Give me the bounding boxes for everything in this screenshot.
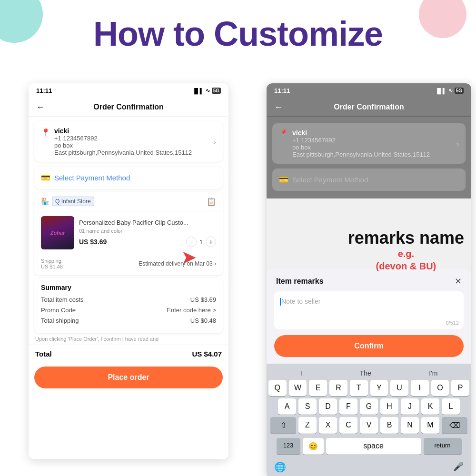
right-time: 11:11: [274, 87, 290, 94]
key-y[interactable]: Y: [370, 380, 388, 396]
note-icon[interactable]: 📋: [207, 197, 216, 206]
key-o[interactable]: O: [431, 380, 449, 396]
globe-icon[interactable]: 🌐: [274, 461, 286, 473]
right-back-button[interactable]: ←: [274, 102, 283, 112]
microphone-icon[interactable]: 🎤: [453, 461, 464, 473]
remarks-eg-label: e.g. (devon & BU): [348, 248, 464, 272]
left-phone-header: ← Order Confirmation: [29, 98, 228, 117]
key-f[interactable]: F: [339, 398, 357, 415]
key-x[interactable]: X: [319, 417, 337, 434]
predictive-word-2[interactable]: The: [360, 369, 371, 377]
right-payment-label: Select Payment Method: [292, 176, 368, 184]
right-wifi-icon: ∿: [448, 88, 453, 94]
right-network-badge: 5G: [455, 88, 464, 94]
address-box: po box: [54, 142, 192, 149]
qty-plus-button[interactable]: +: [206, 237, 216, 247]
right-status-icons: ▐▌▌ ∿ 5G: [435, 88, 464, 94]
store-name-label: Q Infant Store: [52, 197, 94, 206]
left-header-title: Order Confirmation: [93, 103, 164, 111]
key-123[interactable]: 123: [277, 438, 300, 455]
total-label: Total: [35, 350, 52, 358]
store-header: 🏪 Q Infant Store 📋: [34, 192, 223, 211]
payment-card[interactable]: 💳 Select Payment Method: [34, 167, 223, 189]
key-u[interactable]: U: [390, 380, 408, 396]
left-phone-scroll[interactable]: 📍 vicki +1 1234567892 po box East pittsb…: [29, 117, 228, 455]
wifi-icon: ∿: [206, 88, 210, 94]
right-payment-card: 💳 Select Payment Method: [272, 169, 466, 191]
key-g[interactable]: G: [360, 398, 378, 415]
key-space[interactable]: space: [326, 438, 421, 455]
key-d[interactable]: D: [319, 398, 337, 415]
right-address-name: vicki: [292, 129, 430, 137]
key-n[interactable]: N: [401, 417, 419, 434]
keyboard-row-2: A S D F G H J K L: [267, 398, 471, 415]
right-status-bar: 11:11 ▐▌▌ ∿ 5G: [267, 83, 471, 98]
key-delete[interactable]: ⌫: [442, 417, 467, 434]
keyboard-row-3: ⇧ Z X C V B N M ⌫: [267, 417, 471, 434]
right-address-text: vicki +1 1234567892 po box East pittsbur…: [292, 129, 430, 158]
key-i[interactable]: I: [411, 380, 429, 396]
product-name: Personalized Baby Pacifier Clip Custo...: [79, 218, 216, 227]
summary-shipping: Total shipping US $0.48: [41, 317, 216, 324]
key-r[interactable]: R: [329, 380, 347, 396]
key-e[interactable]: E: [309, 380, 327, 396]
right-address-chevron-icon: ›: [456, 140, 459, 148]
address-text: vicki +1 1234567892 po box East pittsbur…: [54, 127, 192, 156]
key-m[interactable]: M: [421, 417, 439, 434]
store-icon: 🏪: [41, 198, 49, 205]
key-l[interactable]: L: [442, 398, 460, 415]
key-v[interactable]: V: [360, 417, 378, 434]
predictive-word-1[interactable]: I: [300, 369, 302, 377]
remarks-note-area[interactable]: Note to seller 0/512: [274, 291, 464, 329]
predictive-bar: I The I'm: [267, 367, 471, 380]
predictive-word-3[interactable]: I'm: [429, 369, 437, 377]
summary-promo[interactable]: Promo Code Enter code here >: [41, 307, 216, 314]
key-p[interactable]: P: [451, 380, 469, 396]
promo-label: Promo Code: [41, 307, 76, 314]
keyboard-globe-row: 🌐 🎤: [267, 459, 471, 476]
confirm-button[interactable]: Confirm: [274, 335, 464, 357]
right-address-card: 📍 vicki +1 1234567892 po box East pittsb…: [272, 123, 466, 164]
qty-minus-button[interactable]: −: [186, 237, 197, 247]
item-costs-label: Total item costs: [41, 296, 84, 303]
left-back-button[interactable]: ←: [36, 102, 45, 112]
key-return[interactable]: return: [424, 438, 462, 455]
key-w[interactable]: W: [289, 380, 307, 396]
key-a[interactable]: A: [278, 398, 296, 415]
total-value: US $4.07: [192, 350, 222, 358]
right-signal-icon: ▐▌▌: [435, 88, 446, 94]
keyboard-bottom-row: 123 😊 space return: [267, 436, 471, 459]
remarks-close-button[interactable]: ✕: [455, 276, 462, 287]
payment-label: Select Payment Method: [54, 174, 130, 182]
place-order-button[interactable]: Place order: [34, 367, 223, 388]
right-phone: 11:11 ▐▌▌ ∿ 5G ← Order Confirmation 📍 vi…: [267, 83, 471, 476]
key-t[interactable]: T: [350, 380, 368, 396]
address-card[interactable]: 📍 vicki +1 1234567892 po box East pittsb…: [34, 121, 223, 162]
product-variant: 01 name and color: [79, 228, 216, 234]
product-price: US $3.69: [79, 238, 107, 246]
text-cursor: [280, 298, 281, 306]
right-payment-icon: 💳: [279, 175, 288, 184]
location-icon: 📍: [41, 128, 50, 137]
network-badge: 5G: [212, 88, 221, 94]
promo-value[interactable]: Enter code here >: [167, 307, 216, 314]
key-c[interactable]: C: [339, 417, 357, 434]
remarks-name-annotation: remarks name e.g. (devon & BU): [348, 228, 464, 272]
key-q[interactable]: Q: [268, 380, 287, 396]
key-emoji[interactable]: 😊: [303, 438, 324, 455]
key-z[interactable]: Z: [298, 417, 317, 434]
right-header-title: Order Confirmation: [334, 103, 404, 111]
key-k[interactable]: K: [421, 398, 439, 415]
key-shift[interactable]: ⇧: [270, 417, 296, 434]
address-chevron-icon: ›: [214, 138, 216, 146]
key-b[interactable]: B: [380, 417, 398, 434]
qty-number: 1: [199, 238, 203, 246]
key-h[interactable]: H: [380, 398, 398, 415]
right-address-city: East pittsburgh,Pennsylvania,United Stat…: [292, 151, 430, 158]
signal-icon: ▐▌▌: [192, 88, 203, 94]
key-s[interactable]: S: [298, 398, 317, 415]
address-city: East pittsburgh,Pennsylvania,United Stat…: [54, 149, 192, 156]
key-j[interactable]: J: [401, 398, 419, 415]
total-shipping-label: Total shipping: [41, 317, 79, 324]
store-name-row: 🏪 Q Infant Store: [41, 197, 94, 206]
